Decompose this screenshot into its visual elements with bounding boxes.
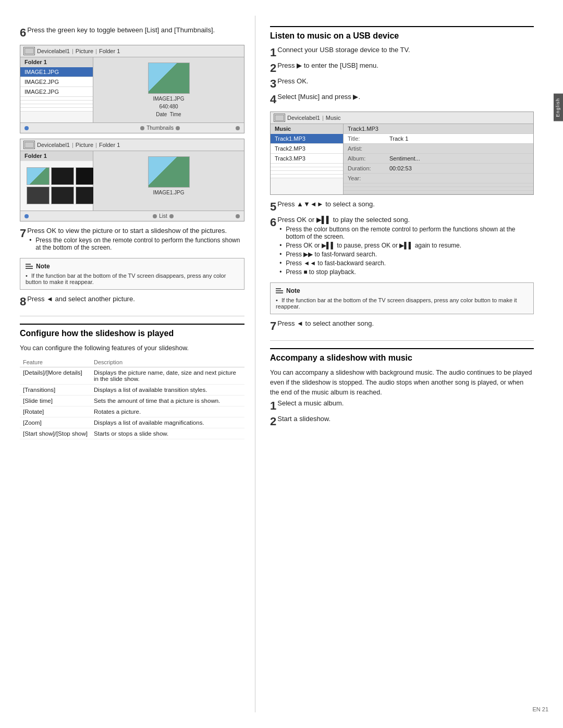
step6-line: 6 Press the green key to toggle between …	[20, 26, 244, 40]
screen2-file-list: Folder 1	[20, 151, 93, 211]
configure-heading: Configure how the slideshow is played	[20, 324, 244, 338]
description-cell: Sets the amount of time that a picture i…	[91, 395, 244, 406]
accompany-step-text: Select a music album.	[277, 399, 344, 407]
feature-cell: [Slide time]	[20, 395, 91, 406]
listen-step-text: Select [Music] and press ▶.	[277, 93, 360, 101]
en-badge: EN 21	[532, 706, 548, 712]
feature-cell: [Zoom]	[20, 417, 91, 428]
track5	[271, 167, 343, 171]
step7r-num: 7	[270, 319, 276, 333]
accompany-step-text: Start a slideshow.	[277, 415, 331, 423]
note1-text: • If the function bar at the bottom of t…	[26, 273, 239, 285]
music-empty3	[344, 191, 533, 194]
thumb-1	[27, 167, 50, 185]
note2-text: • If the function bar at the bottom of t…	[276, 297, 528, 310]
accompany-heading: Accompany a slideshow with music	[270, 348, 534, 363]
preview-datetime: Date Time	[156, 112, 181, 117]
note-box-2: Note • If the function bar at the bottom…	[270, 282, 534, 314]
screen2-preview-label: IMAGE1.JPG	[153, 190, 184, 195]
info-label: Year:	[348, 175, 389, 181]
table-row: [Zoom]Displays a list of available magni…	[20, 417, 244, 428]
screen2-footer-dot4	[236, 214, 240, 218]
screen1-file5	[20, 101, 93, 104]
table-head: Feature Description	[20, 357, 244, 367]
music-info-rows: Title:Track 1Artist:Album:Sentiment...Du…	[344, 134, 533, 183]
music-file-list: Music Track1.MP3 Track2.MP3 Track3.MP3	[271, 124, 344, 194]
step6-text: Press the green key to toggle between [L…	[27, 26, 215, 34]
music-device-label: Devicelabel1	[287, 115, 320, 121]
music-info-row: Album:Sentiment...	[344, 154, 533, 164]
footer-mode-label: Thumbnails	[146, 125, 174, 131]
track1: Track1.MP3	[271, 134, 343, 144]
accompany-step-num: 2	[270, 415, 276, 428]
thumb-5	[27, 187, 50, 204]
step5-right: 5 Press ▲▼◄► to select a song.	[270, 200, 534, 214]
feature-cell: [Rotate]	[20, 406, 91, 417]
screen2-footer: List	[20, 211, 244, 221]
step7-content: Press OK to view the picture or to start…	[27, 227, 244, 253]
listen-step-num: 2	[270, 61, 276, 75]
thumb-grid	[22, 163, 91, 208]
listen-step-text: Connect your USB storage device to the T…	[277, 46, 410, 54]
step6r-text: Press OK or ▶▌▌ to play the selected son…	[277, 216, 410, 224]
preview-image	[148, 63, 190, 94]
screen1-folder-header: Folder 1	[20, 57, 93, 67]
accompany-step: 1Select a music album.	[270, 399, 534, 413]
music-info-row: Title:Track 1	[344, 134, 533, 144]
screen1-file1: IMAGE1.JPG	[20, 67, 93, 77]
screen1-file3: IMAGE2.JPG	[20, 87, 93, 97]
listen-step-text: Press ▶ to enter the [USB] menu.	[277, 61, 378, 69]
step8-text: Press ◄ and select another picture.	[27, 295, 135, 303]
screen2-tab1: Picture	[76, 142, 93, 148]
listen-step-text: Press OK.	[277, 77, 308, 85]
music-tab: Music	[326, 115, 341, 121]
step8-left: 8 Press ◄ and select another picture.	[20, 295, 244, 309]
info-value: Sentiment...	[389, 155, 529, 162]
screen1-device-label: Devicelabel1	[37, 48, 70, 54]
info-value: Track 1	[389, 135, 529, 142]
music-preview-label: Track1.MP3	[348, 126, 378, 132]
table-row: [Slide time]Sets the amount of time that…	[20, 395, 244, 406]
info-label: Title:	[348, 135, 389, 142]
step8-num: 8	[20, 295, 26, 309]
table-row: [Rotate]Rotates a picture.	[20, 406, 244, 417]
listen-step-num: 3	[270, 77, 276, 91]
step5-num: 5	[270, 200, 276, 214]
col-feature: Feature	[20, 357, 91, 367]
listen-step-num: 1	[270, 46, 276, 59]
music-sep: |	[322, 115, 324, 121]
track3: Track3.MP3	[271, 154, 343, 164]
note1-header: Note	[26, 263, 239, 270]
note1-label: Note	[36, 263, 50, 270]
footer-thumbnails: Thumbnails	[140, 125, 180, 131]
screen2-header: Devicelabel1 | Picture | Folder 1	[20, 139, 244, 151]
screen1-sep2: |	[95, 48, 97, 54]
info-value	[389, 175, 529, 181]
listen-step: 1Connect your USB storage device to the …	[270, 46, 534, 59]
listen-step: 3Press OK.	[270, 77, 534, 91]
preview-image2	[148, 156, 190, 188]
feature-cell: [Transitions]	[20, 384, 91, 395]
screen2-device-label: Devicelabel1	[37, 142, 70, 148]
step7-right: 7 Press ◄ to select another song.	[270, 319, 534, 333]
note-icon-1	[26, 264, 33, 269]
step6-bullets: Press the color buttons on the remote co…	[277, 226, 534, 276]
screen1-tab2: Folder 1	[99, 48, 120, 54]
screen1-file4	[20, 97, 93, 101]
listen-step-num: 4	[270, 93, 276, 106]
note1-content: If the function bar at the bottom of the…	[26, 273, 226, 285]
music-empty1	[344, 183, 533, 187]
tv-icon2	[23, 141, 35, 149]
step6-bullet: Press ■ to stop playback.	[277, 268, 534, 276]
footer-dot1	[25, 126, 29, 130]
configure-intro: You can configure the following features…	[20, 343, 244, 353]
accompany-step: 2Start a slideshow.	[270, 415, 534, 428]
listen-steps: 1Connect your USB storage device to the …	[270, 46, 534, 106]
divider-configure	[20, 316, 244, 316]
screen1-preview: IMAGE1.JPG 640:480 Date Time	[93, 57, 244, 122]
footer-dot3	[176, 126, 180, 130]
info-label: Artist:	[348, 145, 389, 152]
note-icon-2	[276, 288, 283, 293]
screen1-file6	[20, 104, 93, 108]
note2-header: Note	[276, 287, 528, 294]
